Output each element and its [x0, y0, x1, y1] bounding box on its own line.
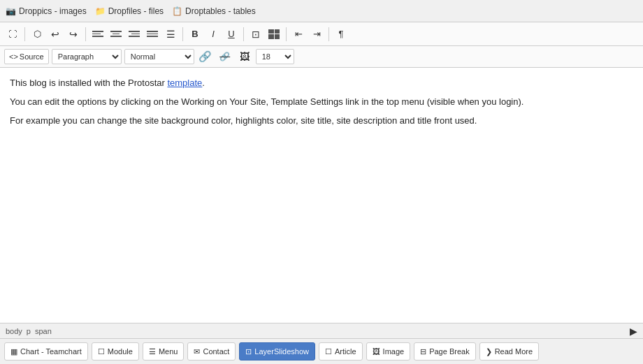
history-button[interactable]: ⬡	[29, 26, 45, 43]
image-insert-button[interactable]: 🖼 Image	[366, 342, 411, 361]
table-button[interactable]	[266, 26, 282, 43]
align-center-icon	[110, 31, 122, 37]
indent-right-button[interactable]: ⇥	[308, 26, 325, 43]
status-bar: body p span ▶	[0, 323, 643, 338]
separator3	[182, 27, 183, 41]
droptables-tab[interactable]: 📋 Droptables - tables	[172, 6, 256, 16]
editor-paragraph-2: You can edit the options by clicking on …	[10, 95, 633, 110]
align-justify-icon	[147, 31, 158, 37]
chart-icon: ▦	[10, 347, 17, 356]
camera-icon: 📷	[6, 6, 16, 16]
image-insert-icon: 🖼	[373, 347, 380, 356]
special-char-button[interactable]: ¶	[333, 26, 349, 43]
bold-button[interactable]: B	[187, 26, 203, 43]
list-button[interactable]: ☰	[162, 26, 179, 43]
tables-icon: 📋	[172, 6, 182, 16]
history-icon: ⬡	[34, 29, 41, 39]
top-bar: 📷 Droppics - images 📁 Dropfiles - files …	[0, 0, 643, 22]
article-button[interactable]: ☐ Article	[319, 342, 363, 361]
main-container: ⛶ ⬡ ↩ ↪	[0, 22, 643, 364]
indent-left-button[interactable]: ⇤	[290, 26, 307, 43]
align-justify-button[interactable]	[144, 26, 161, 43]
menu-button[interactable]: ☰ Menu	[143, 342, 185, 361]
path-p: p	[27, 327, 31, 335]
menu-icon: ☰	[149, 347, 156, 356]
module-button[interactable]: ☐ Module	[92, 342, 139, 361]
contact-icon: ✉	[194, 347, 200, 356]
toolbar-row2: <> <> Source Source Paragraph Heading 1 …	[0, 46, 643, 68]
align-left-button[interactable]	[89, 26, 106, 43]
separator2	[85, 27, 86, 41]
italic-button[interactable]: I	[205, 26, 222, 43]
bottom-bar: ▦ Chart - Teamchart ☐ Module ☰ Menu ✉ Co…	[0, 338, 643, 364]
indent-left-icon: ⇤	[295, 29, 303, 39]
align-right-icon	[129, 31, 140, 37]
align-right-button[interactable]	[126, 26, 143, 43]
link-button[interactable]: 🔗	[197, 48, 214, 65]
module-icon: ☐	[98, 347, 105, 356]
editor-paragraph-3: For example you can change the site back…	[10, 114, 633, 129]
separator	[24, 27, 25, 41]
separator4	[243, 27, 244, 41]
paragraph-select[interactable]: Paragraph Heading 1 Heading 2 Heading 3 …	[52, 49, 122, 64]
editor-area[interactable]: This blog is installed with the Protosta…	[0, 68, 643, 319]
separator6	[328, 27, 329, 41]
editor-wrapper: This blog is installed with the Protosta…	[0, 68, 643, 323]
undo-button[interactable]: ↩	[47, 26, 64, 43]
fullscreen-icon: ⛶	[8, 29, 17, 39]
dropfiles-tab[interactable]: 📁 Dropfiles - files	[95, 6, 164, 16]
table-icon	[268, 29, 280, 39]
pagebreak-button[interactable]: ⊟ Page Break	[414, 342, 475, 361]
readmore-icon: ❯	[486, 347, 492, 356]
template-link[interactable]: template	[167, 78, 202, 88]
resize-handle[interactable]: ▶	[630, 326, 637, 337]
toolbar-row1: ⛶ ⬡ ↩ ↪	[0, 22, 643, 46]
readmore-button[interactable]: ❯ Read More	[479, 342, 539, 361]
path-span: span	[35, 327, 52, 335]
droppics-tab[interactable]: 📷 Droppics - images	[6, 6, 87, 16]
box-button[interactable]: ⊡	[247, 26, 264, 43]
underline-button[interactable]: U	[223, 26, 240, 43]
align-left-icon	[92, 31, 103, 37]
layerslideshow-icon: ⊡	[245, 347, 252, 356]
article-icon: ☐	[325, 347, 332, 356]
chart-teamchart-button[interactable]: ▦ Chart - Teamchart	[4, 342, 88, 361]
layerslideshow-button[interactable]: ⊡ LayerSlideshow	[239, 342, 315, 361]
align-center-button[interactable]	[108, 26, 124, 43]
editor-paragraph-1: This blog is installed with the Protosta…	[10, 76, 633, 91]
unlink-button[interactable]: 🔗	[217, 48, 233, 65]
status-path: body p span	[6, 327, 52, 335]
font-size-select[interactable]: 18 8 10 12 14 16 20 24	[256, 49, 294, 64]
source-icon: <>	[9, 52, 18, 61]
indent-right-icon: ⇥	[313, 29, 321, 39]
files-icon: 📁	[95, 6, 106, 16]
path-body: body	[6, 327, 22, 335]
redo-button[interactable]: ↪	[65, 26, 82, 43]
contact-button[interactable]: ✉ Contact	[187, 342, 236, 361]
format-select[interactable]: Normal Bold Italic	[124, 49, 194, 64]
separator5	[286, 27, 287, 41]
source-button[interactable]: <> <> Source Source	[4, 49, 49, 64]
fullscreen-button[interactable]: ⛶	[4, 26, 21, 43]
image-button[interactable]: 🖼	[236, 48, 253, 65]
pagebreak-icon: ⊟	[420, 347, 426, 356]
